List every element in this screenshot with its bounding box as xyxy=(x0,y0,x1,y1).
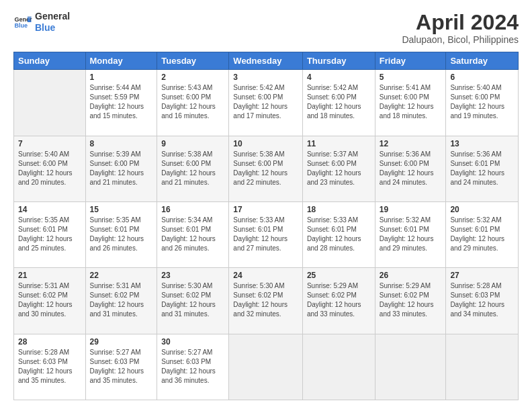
page: General Blue General Blue April 2024 Dal… xyxy=(0,0,532,411)
day-cell xyxy=(375,334,446,400)
logo: General Blue General Blue xyxy=(13,11,70,34)
day-number: 27 xyxy=(450,271,514,280)
day-number: 9 xyxy=(161,139,224,148)
day-cell: 27 Sunrise: 5:28 AMSunset: 6:03 PMDaylig… xyxy=(446,268,519,334)
day-cell xyxy=(302,334,375,400)
day-cell: 4 Sunrise: 5:42 AMSunset: 6:00 PMDayligh… xyxy=(302,70,375,136)
day-info: Sunrise: 5:35 AMSunset: 6:01 PMDaylight:… xyxy=(18,216,73,252)
day-info: Sunrise: 5:40 AMSunset: 6:00 PMDaylight:… xyxy=(18,150,73,186)
day-cell: 11 Sunrise: 5:37 AMSunset: 6:00 PMDaylig… xyxy=(302,136,375,201)
header-row: Sunday Monday Tuesday Wednesday Thursday… xyxy=(14,52,519,70)
day-cell: 20 Sunrise: 5:32 AMSunset: 6:01 PMDaylig… xyxy=(446,201,519,267)
calendar-table: Sunday Monday Tuesday Wednesday Thursday… xyxy=(13,52,519,400)
day-info: Sunrise: 5:38 AMSunset: 6:00 PMDaylight:… xyxy=(161,150,216,186)
day-cell: 22 Sunrise: 5:31 AMSunset: 6:02 PMDaylig… xyxy=(85,268,157,334)
calendar-body: 1 Sunrise: 5:44 AMSunset: 5:59 PMDayligh… xyxy=(14,70,519,400)
day-cell: 25 Sunrise: 5:29 AMSunset: 6:02 PMDaylig… xyxy=(302,268,375,334)
day-info: Sunrise: 5:33 AMSunset: 6:01 PMDaylight:… xyxy=(233,216,287,252)
day-number: 25 xyxy=(307,271,371,280)
day-number: 3 xyxy=(233,73,298,82)
day-info: Sunrise: 5:40 AMSunset: 6:00 PMDaylight:… xyxy=(450,84,504,120)
day-cell: 30 Sunrise: 5:27 AMSunset: 6:03 PMDaylig… xyxy=(157,334,229,400)
day-info: Sunrise: 5:28 AMSunset: 6:03 PMDaylight:… xyxy=(450,282,504,318)
day-number: 17 xyxy=(233,205,298,214)
day-number: 7 xyxy=(18,139,81,148)
day-cell: 10 Sunrise: 5:38 AMSunset: 6:00 PMDaylig… xyxy=(229,136,303,201)
day-number: 23 xyxy=(161,271,224,280)
logo-text-blue: Blue xyxy=(35,22,70,34)
day-cell: 12 Sunrise: 5:36 AMSunset: 6:00 PMDaylig… xyxy=(375,136,446,201)
day-cell: 6 Sunrise: 5:40 AMSunset: 6:00 PMDayligh… xyxy=(446,70,519,136)
day-number: 30 xyxy=(161,337,224,347)
day-info: Sunrise: 5:38 AMSunset: 6:00 PMDaylight:… xyxy=(233,150,287,186)
day-info: Sunrise: 5:34 AMSunset: 6:01 PMDaylight:… xyxy=(161,216,216,252)
day-info: Sunrise: 5:30 AMSunset: 6:02 PMDaylight:… xyxy=(233,282,287,318)
day-info: Sunrise: 5:37 AMSunset: 6:00 PMDaylight:… xyxy=(307,150,361,186)
day-cell: 13 Sunrise: 5:36 AMSunset: 6:01 PMDaylig… xyxy=(446,136,519,201)
day-cell: 1 Sunrise: 5:44 AMSunset: 5:59 PMDayligh… xyxy=(85,70,157,136)
col-sunday: Sunday xyxy=(14,52,86,70)
day-cell: 7 Sunrise: 5:40 AMSunset: 6:00 PMDayligh… xyxy=(14,136,86,201)
day-cell: 9 Sunrise: 5:38 AMSunset: 6:00 PMDayligh… xyxy=(157,136,229,201)
day-info: Sunrise: 5:32 AMSunset: 6:01 PMDaylight:… xyxy=(380,216,434,252)
day-info: Sunrise: 5:27 AMSunset: 6:03 PMDaylight:… xyxy=(90,349,144,384)
day-number: 11 xyxy=(307,139,371,148)
header: General Blue General Blue April 2024 Dal… xyxy=(13,11,519,45)
day-cell: 28 Sunrise: 5:28 AMSunset: 6:03 PMDaylig… xyxy=(14,334,86,400)
day-info: Sunrise: 5:31 AMSunset: 6:02 PMDaylight:… xyxy=(90,282,144,318)
day-cell: 19 Sunrise: 5:32 AMSunset: 6:01 PMDaylig… xyxy=(375,201,446,267)
day-cell: 26 Sunrise: 5:29 AMSunset: 6:02 PMDaylig… xyxy=(375,268,446,334)
day-number: 13 xyxy=(450,139,514,148)
week-row-4: 28 Sunrise: 5:28 AMSunset: 6:03 PMDaylig… xyxy=(14,334,519,400)
day-info: Sunrise: 5:29 AMSunset: 6:02 PMDaylight:… xyxy=(380,282,434,318)
day-info: Sunrise: 5:42 AMSunset: 6:00 PMDaylight:… xyxy=(307,84,361,120)
day-info: Sunrise: 5:41 AMSunset: 6:00 PMDaylight:… xyxy=(380,84,434,120)
day-info: Sunrise: 5:42 AMSunset: 6:00 PMDaylight:… xyxy=(233,84,287,120)
day-number: 22 xyxy=(90,271,153,280)
day-number: 26 xyxy=(380,271,442,280)
day-number: 29 xyxy=(90,337,153,347)
day-number: 2 xyxy=(161,73,224,82)
day-number: 21 xyxy=(18,271,81,280)
day-number: 8 xyxy=(90,139,153,148)
day-number: 14 xyxy=(18,205,81,214)
title-block: April 2024 Dalupaon, Bicol, Philippines xyxy=(402,11,519,45)
day-info: Sunrise: 5:36 AMSunset: 6:00 PMDaylight:… xyxy=(380,150,434,186)
day-number: 5 xyxy=(380,73,442,82)
day-cell: 21 Sunrise: 5:31 AMSunset: 6:02 PMDaylig… xyxy=(14,268,86,334)
day-info: Sunrise: 5:44 AMSunset: 5:59 PMDaylight:… xyxy=(90,84,144,120)
col-wednesday: Wednesday xyxy=(229,52,303,70)
day-cell: 17 Sunrise: 5:33 AMSunset: 6:01 PMDaylig… xyxy=(229,201,303,267)
main-title: April 2024 xyxy=(402,11,519,34)
logo-icon: General Blue xyxy=(13,13,32,32)
day-cell: 15 Sunrise: 5:35 AMSunset: 6:01 PMDaylig… xyxy=(85,201,157,267)
col-monday: Monday xyxy=(85,52,157,70)
week-row-0: 1 Sunrise: 5:44 AMSunset: 5:59 PMDayligh… xyxy=(14,70,519,136)
day-number: 18 xyxy=(307,205,371,214)
day-cell: 8 Sunrise: 5:39 AMSunset: 6:00 PMDayligh… xyxy=(85,136,157,201)
day-info: Sunrise: 5:33 AMSunset: 6:01 PMDaylight:… xyxy=(307,216,361,252)
day-number: 16 xyxy=(161,205,224,214)
day-info: Sunrise: 5:43 AMSunset: 6:00 PMDaylight:… xyxy=(161,84,216,120)
subtitle: Dalupaon, Bicol, Philippines xyxy=(402,34,519,45)
day-number: 24 xyxy=(233,271,298,280)
day-cell: 16 Sunrise: 5:34 AMSunset: 6:01 PMDaylig… xyxy=(157,201,229,267)
week-row-2: 14 Sunrise: 5:35 AMSunset: 6:01 PMDaylig… xyxy=(14,201,519,267)
day-cell: 23 Sunrise: 5:30 AMSunset: 6:02 PMDaylig… xyxy=(157,268,229,334)
week-row-3: 21 Sunrise: 5:31 AMSunset: 6:02 PMDaylig… xyxy=(14,268,519,334)
day-cell xyxy=(229,334,303,400)
day-cell: 29 Sunrise: 5:27 AMSunset: 6:03 PMDaylig… xyxy=(85,334,157,400)
day-cell: 24 Sunrise: 5:30 AMSunset: 6:02 PMDaylig… xyxy=(229,268,303,334)
col-thursday: Thursday xyxy=(302,52,375,70)
day-number: 12 xyxy=(380,139,442,148)
day-number: 28 xyxy=(18,337,81,347)
day-cell: 3 Sunrise: 5:42 AMSunset: 6:00 PMDayligh… xyxy=(229,70,303,136)
calendar-header: Sunday Monday Tuesday Wednesday Thursday… xyxy=(14,52,519,70)
day-number: 10 xyxy=(233,139,298,148)
day-cell xyxy=(14,70,86,136)
day-info: Sunrise: 5:28 AMSunset: 6:03 PMDaylight:… xyxy=(18,349,73,384)
day-info: Sunrise: 5:29 AMSunset: 6:02 PMDaylight:… xyxy=(307,282,361,318)
svg-text:Blue: Blue xyxy=(14,22,28,29)
day-info: Sunrise: 5:32 AMSunset: 6:01 PMDaylight:… xyxy=(450,216,504,252)
day-info: Sunrise: 5:39 AMSunset: 6:00 PMDaylight:… xyxy=(90,150,144,186)
